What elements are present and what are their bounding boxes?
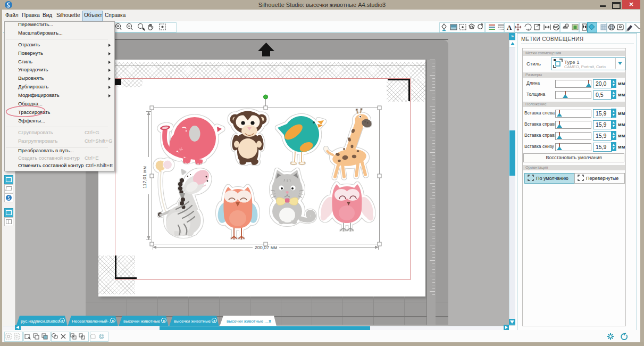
svg-text:A: A [507, 23, 512, 31]
